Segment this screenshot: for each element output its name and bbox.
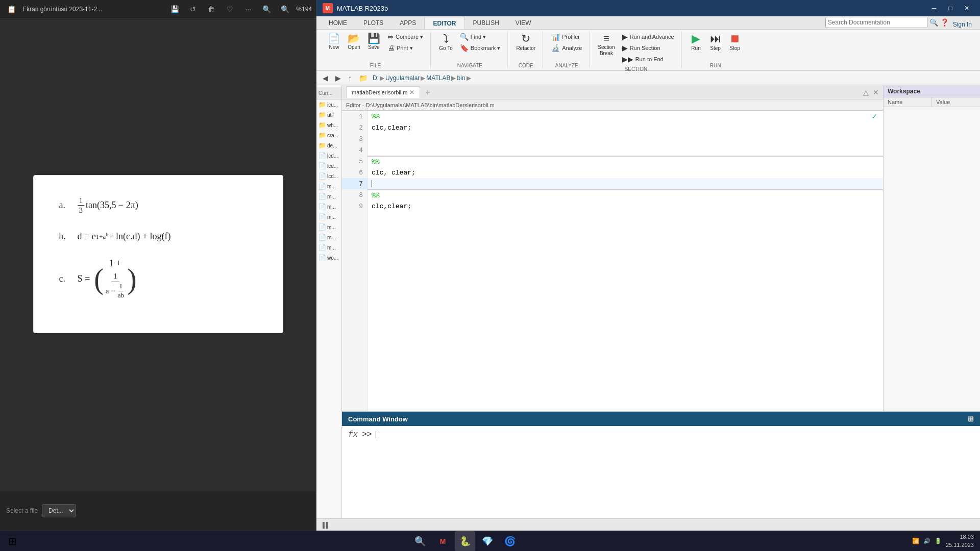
taskbar-search-btn[interactable]: 🔍 — [410, 531, 430, 552]
tab-apps[interactable]: APPS — [391, 17, 424, 29]
file-item-icu[interactable]: 📁icu... — [316, 99, 341, 110]
section-buttons: ≡ SectionBreak ▶ Run and Advance ▶ Run S… — [595, 32, 677, 64]
editor-tab[interactable]: matlabDerslerisorbil.m ✕ — [346, 86, 420, 98]
tab-publish[interactable]: PUBLISH — [465, 17, 507, 29]
breadcrumb-matlab[interactable]: MATLAB — [426, 74, 450, 82]
refactor-btn[interactable]: ↻ Refactor — [513, 32, 538, 53]
stop-btn[interactable]: ⏹ Stop — [726, 32, 744, 53]
maximize-btn[interactable]: □ — [943, 3, 958, 13]
run-to-end-btn[interactable]: ▶▶ Run to End — [619, 54, 677, 64]
tab-editor[interactable]: EDITOR — [424, 17, 464, 29]
profiler-btn[interactable]: 📊 Profiler — [548, 32, 585, 42]
open-btn[interactable]: 📂 Open — [345, 32, 363, 52]
left-panel-delete-btn[interactable]: 🗑 — [204, 2, 218, 16]
file-item-de[interactable]: 📁de... — [316, 140, 341, 151]
sign-in-btn[interactable]: Sign In — [953, 21, 972, 28]
taskbar-matlab-btn[interactable]: M — [432, 531, 453, 552]
close-btn[interactable]: ✕ — [960, 3, 974, 13]
file-item-m4[interactable]: 📄m... — [316, 212, 341, 222]
file-item-wo[interactable]: 📄wo... — [316, 253, 341, 263]
file-item-m5[interactable]: 📄m... — [316, 222, 341, 232]
analyze-icon: 🔬 — [551, 44, 560, 52]
taskbar-sound-icon: 🔊 — [923, 538, 930, 544]
taskbar-time[interactable]: 18:03 25.11.2023 — [946, 533, 974, 549]
breadcrumb-uygulamalar[interactable]: Uygulamalar — [385, 74, 420, 82]
editor-header: matlabDerslerisorbil.m ✕ + △ ✕ — [342, 85, 883, 99]
new-btn[interactable]: 📄 New — [325, 32, 344, 52]
addr-back-btn[interactable]: ◀ — [321, 73, 330, 83]
line-num-1: 1 — [342, 111, 367, 122]
run-advance-btn[interactable]: ▶ Run and Advance — [619, 32, 677, 42]
file-icon-9: 📄 — [318, 234, 326, 241]
run-btn[interactable]: ▶ Run — [687, 32, 705, 53]
run-section-btn[interactable]: ▶ Run Section — [619, 43, 677, 53]
bookmark-btn[interactable]: 🔖 Bookmark ▾ — [457, 43, 504, 53]
file-item-m1[interactable]: 📄m... — [316, 181, 341, 191]
start-button[interactable]: ⊞ — [0, 531, 24, 552]
taskbar-snake-btn[interactable]: 🐍 — [455, 531, 475, 552]
file-item-label: cra... — [327, 133, 338, 138]
left-panel-more-btn[interactable]: ··· — [241, 2, 255, 16]
analyze-label: Analyze — [562, 45, 582, 51]
editor-header-collapse-btn[interactable]: △ — [863, 88, 869, 96]
help-icon[interactable]: ❓ — [940, 18, 949, 27]
minimize-btn[interactable]: ─ — [927, 3, 941, 13]
add-tab-btn[interactable]: + — [422, 88, 433, 97]
folder-icon: 📁 — [318, 142, 326, 149]
tab-home[interactable]: HOME — [321, 17, 355, 29]
analyze-btn[interactable]: 🔬 Analyze — [548, 43, 585, 53]
left-panel-icon[interactable]: 📋 — [4, 2, 18, 16]
bookmark-label: Bookmark ▾ — [471, 45, 501, 52]
cw-expand-btn[interactable]: ⊞ — [968, 415, 974, 423]
find-label: Find ▾ — [471, 34, 486, 40]
editor-header-close-btn[interactable]: ✕ — [873, 88, 879, 96]
find-btn[interactable]: 🔍 Find ▾ — [457, 32, 504, 42]
left-panel-zoom-out-btn[interactable]: 🔍 — [259, 2, 274, 16]
file-item-util[interactable]: 📁util — [316, 110, 341, 120]
file-item-m7[interactable]: 📄m... — [316, 242, 341, 253]
file-item-m2[interactable]: 📄m... — [316, 191, 341, 202]
file-item-m6[interactable]: 📄m... — [316, 232, 341, 242]
file-item-wh[interactable]: 📁wh... — [316, 120, 341, 130]
cw-prompt: fx >> — [348, 430, 974, 439]
goto-btn[interactable]: ⤵ Go To — [436, 32, 456, 53]
left-panel-undo-btn[interactable]: ↺ — [186, 2, 200, 16]
file-item-m3[interactable]: 📄m... — [316, 202, 341, 212]
left-panel-save-btn[interactable]: 💾 — [167, 2, 182, 16]
save-btn[interactable]: 💾 Save — [364, 32, 383, 52]
breadcrumb-sep3: ▶ — [451, 74, 456, 82]
cw-body[interactable]: fx >> — [342, 426, 980, 518]
file-item-cra[interactable]: 📁cra... — [316, 130, 341, 140]
math-expr-b: d = e1+ab + ln(c.d) + log(f) — [78, 231, 171, 242]
breadcrumb-d[interactable]: D: — [373, 74, 379, 82]
ribbon-tabs: HOME PLOTS APPS EDITOR PUBLISH VIEW 🔍 ❓ … — [316, 16, 980, 30]
section-break-btn[interactable]: ≡ SectionBreak — [595, 32, 618, 58]
addr-forward-btn[interactable]: ▶ — [333, 73, 343, 83]
tab-view[interactable]: VIEW — [507, 17, 540, 29]
editor-tab-close-btn[interactable]: ✕ — [409, 89, 414, 96]
tab-plots[interactable]: PLOTS — [355, 17, 391, 29]
ws-col-value: Value — [932, 97, 980, 107]
ribbon-search: 🔍 ❓ — [825, 17, 949, 28]
addr-folder-btn[interactable]: 📁 — [357, 73, 370, 83]
search-input[interactable] — [825, 17, 927, 28]
file-item-lcd3[interactable]: 📄lcd... — [316, 171, 341, 181]
editor-content[interactable]: 1 2 3 4 5 6 7 8 9 — [342, 111, 883, 411]
left-panel-zoom-in-btn[interactable]: 🔍 — [278, 2, 292, 16]
det-select[interactable]: Det... — [42, 504, 76, 517]
editor-workspace-container: matlabDerslerisorbil.m ✕ + △ ✕ Editor - … — [342, 85, 980, 518]
compare-btn[interactable]: ⇔ Compare ▾ — [384, 32, 426, 42]
code-area[interactable]: %% ✓ clc,clear; %% — [368, 111, 883, 411]
folder-icon: 📁 — [318, 121, 326, 129]
print-btn[interactable]: 🖨 Print ▾ — [384, 43, 426, 53]
taskbar-app3-btn[interactable]: 💎 — [477, 531, 498, 552]
breadcrumb-bin[interactable]: bin — [457, 74, 465, 82]
step-btn[interactable]: ⏭ Step — [706, 32, 725, 53]
addr-up-btn[interactable]: ↑ — [346, 73, 354, 83]
taskbar-app4-btn[interactable]: 🌀 — [500, 531, 520, 552]
line-num-3: 3 — [342, 133, 367, 144]
file-item-lcd1[interactable]: 📄lcd... — [316, 151, 341, 161]
left-panel-heart-btn[interactable]: ♡ — [223, 2, 237, 16]
search-icon[interactable]: 🔍 — [929, 18, 938, 27]
file-item-lcd2[interactable]: 📄lcd... — [316, 161, 341, 171]
